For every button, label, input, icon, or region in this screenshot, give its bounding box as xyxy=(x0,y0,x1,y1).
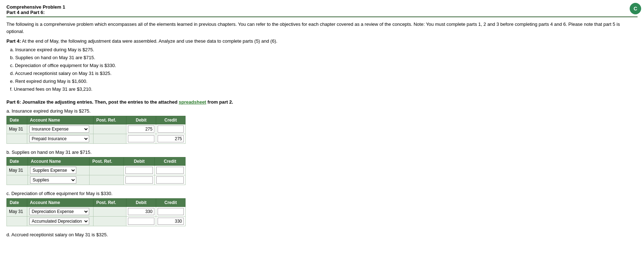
entry-b-row2-date xyxy=(7,175,28,185)
entry-a-row1-debit[interactable] xyxy=(126,124,156,134)
account-select-b2[interactable]: Supplies Supplies Expense Insurance Expe… xyxy=(30,176,76,184)
account-select-b1[interactable]: Supplies Expense Supplies Insurance Expe… xyxy=(30,167,76,174)
entry-a-row2-date xyxy=(7,134,27,143)
header-postref-b: Post. Ref. xyxy=(89,157,124,165)
entry-b-section: b. Supplies on hand on May 31 are $715. … xyxy=(6,150,638,185)
page-title: Comprehensive Problem 1 xyxy=(6,4,638,10)
entry-a-row1-credit[interactable] xyxy=(156,124,185,134)
spreadsheet-link[interactable]: spreadsheet xyxy=(179,99,206,105)
date-label-a1: May 31 xyxy=(9,127,23,132)
entry-c-row1-account[interactable]: Depreciation Expense Accumulated Depreci… xyxy=(27,207,93,216)
account-select-a2[interactable]: Prepaid Insurance Insurance Expense Supp… xyxy=(29,135,89,142)
date-label-b1: May 31 xyxy=(9,168,23,173)
header-account-b: Account Name xyxy=(28,157,90,165)
logo-letter: C xyxy=(634,6,637,11)
account-select-c2[interactable]: Accumulated Depreciation Depreciation Ex… xyxy=(29,218,89,225)
entry-b-row1-credit[interactable] xyxy=(155,165,186,175)
part6-intro: Journalize the adjusting entries. Then, … xyxy=(21,99,179,105)
debit-input-a1[interactable] xyxy=(128,125,154,133)
account-select-a1[interactable]: Insurance Expense Prepaid Insurance Supp… xyxy=(29,125,89,133)
entry-b-row2-account[interactable]: Supplies Supplies Expense Insurance Expe… xyxy=(28,175,90,185)
entry-c-table: Date Account Name Post. Ref. Debit Credi… xyxy=(6,198,186,226)
entry-b-row1-postref xyxy=(89,165,124,175)
header-debit-a: Debit xyxy=(126,116,156,124)
entry-b-table: Date Account Name Post. Ref. Debit Credi… xyxy=(6,157,186,185)
entry-b-row1-date: May 31 xyxy=(7,165,28,175)
entry-a-row1-postref xyxy=(93,124,126,134)
entry-a-row2-postref xyxy=(93,134,126,143)
entry-a-table: Date Account Name Post. Ref. Debit Credi… xyxy=(6,116,186,144)
header-date-b: Date xyxy=(7,157,28,165)
credit-input-a1[interactable] xyxy=(158,125,184,133)
adj-item-a: a. Insurance expired during May is $275. xyxy=(10,46,638,54)
header-date-a: Date xyxy=(7,116,27,124)
top-bar: Comprehensive Problem 1 Part 4 and Part … xyxy=(6,4,638,17)
adj-item-f: f. Unearned fees on May 31 are $3,210. xyxy=(10,85,638,93)
debit-input-a2[interactable] xyxy=(128,135,154,142)
header-credit-b: Credit xyxy=(155,157,186,165)
debit-input-c2[interactable] xyxy=(128,218,154,225)
credit-input-c1[interactable] xyxy=(158,208,184,215)
table-row: Accumulated Depreciation Depreciation Ex… xyxy=(7,216,186,226)
page-subtitle: Part 4 and Part 6: xyxy=(6,10,638,15)
table-row: Supplies Supplies Expense Insurance Expe… xyxy=(7,175,186,185)
entry-b-row2-credit[interactable] xyxy=(155,175,186,185)
table-row: May 31 Supplies Expense Supplies Insuran… xyxy=(7,165,186,175)
debit-input-c1[interactable] xyxy=(128,208,154,215)
part4-text: At the end of May, the following adjustm… xyxy=(21,38,277,44)
entry-a-row1-account[interactable]: Insurance Expense Prepaid Insurance Supp… xyxy=(27,124,93,134)
entry-a-section: a. Insurance expired during May is $275.… xyxy=(6,108,638,144)
part6-suffix: from part 2. xyxy=(206,99,233,105)
header-credit-a: Credit xyxy=(156,116,185,124)
entry-c-row2-credit[interactable] xyxy=(156,216,185,226)
entry-a-row2-debit[interactable] xyxy=(126,134,156,143)
entry-c-row1-debit[interactable] xyxy=(126,207,156,216)
credit-input-c2[interactable] xyxy=(158,218,184,225)
account-select-c1[interactable]: Depreciation Expense Accumulated Depreci… xyxy=(29,208,89,215)
header-credit-c: Credit xyxy=(156,198,185,207)
date-label-c1: May 31 xyxy=(9,209,23,214)
entry-b-row2-debit[interactable] xyxy=(124,175,155,185)
adj-item-b: b. Supplies on hand on May 31 are $715. xyxy=(10,54,638,62)
header-postref-c: Post. Ref. xyxy=(93,198,126,207)
adj-item-d: d. Accrued receptionist salary on May 31… xyxy=(10,70,638,77)
part4-header: Part 4: At the end of May, the following… xyxy=(6,38,638,44)
debit-input-b2[interactable] xyxy=(125,176,153,184)
part6-label: Part 6: xyxy=(6,99,21,105)
part-d-label: d. Accrued receptionist salary on May 31… xyxy=(6,232,638,237)
adjustment-list: a. Insurance expired during May is $275.… xyxy=(10,46,638,94)
entry-a-row1-date: May 31 xyxy=(7,124,27,134)
entry-b-row1-account[interactable]: Supplies Expense Supplies Insurance Expe… xyxy=(28,165,90,175)
debit-input-b1[interactable] xyxy=(125,167,153,174)
table-row: May 31 Insurance Expense Prepaid Insuran… xyxy=(7,124,186,134)
app-logo: C xyxy=(630,3,641,14)
entry-a-row2-credit[interactable] xyxy=(156,134,185,143)
header-debit-b: Debit xyxy=(124,157,155,165)
entry-c-row2-account[interactable]: Accumulated Depreciation Depreciation Ex… xyxy=(27,216,93,226)
credit-input-a2[interactable] xyxy=(158,135,184,142)
adj-item-c: c. Depreciation of office equipment for … xyxy=(10,62,638,70)
header-postref-a: Post. Ref. xyxy=(93,116,126,124)
header-account-c: Account Name xyxy=(27,198,93,207)
header-debit-c: Debit xyxy=(126,198,156,207)
entry-b-label: b. Supplies on hand on May 31 are $715. xyxy=(6,150,638,155)
part4-section: Part 4: At the end of May, the following… xyxy=(6,38,638,94)
part6-header: Part 6: Journalize the adjusting entries… xyxy=(6,99,638,105)
credit-input-b1[interactable] xyxy=(156,167,184,174)
entry-c-row1-credit[interactable] xyxy=(156,207,185,216)
header-account-a: Account Name xyxy=(27,116,93,124)
entry-b-row1-debit[interactable] xyxy=(124,165,155,175)
table-row: Prepaid Insurance Insurance Expense Supp… xyxy=(7,134,186,143)
entry-a-row2-account[interactable]: Prepaid Insurance Insurance Expense Supp… xyxy=(27,134,93,143)
entry-c-row2-postref xyxy=(93,216,126,226)
adj-item-e: e. Rent expired during May is $1,600. xyxy=(10,77,638,85)
description-text: The following is a comprehensive problem… xyxy=(6,21,638,35)
entry-c-row1-postref xyxy=(93,207,126,216)
entry-c-row2-debit[interactable] xyxy=(126,216,156,226)
entry-a-label: a. Insurance expired during May is $275. xyxy=(6,108,638,114)
header-date-c: Date xyxy=(7,198,27,207)
entry-c-section: c. Depreciation of office equipment for … xyxy=(6,191,638,226)
credit-input-b2[interactable] xyxy=(156,176,184,184)
entry-c-label: c. Depreciation of office equipment for … xyxy=(6,191,638,196)
part4-label: Part 4: xyxy=(6,38,21,44)
